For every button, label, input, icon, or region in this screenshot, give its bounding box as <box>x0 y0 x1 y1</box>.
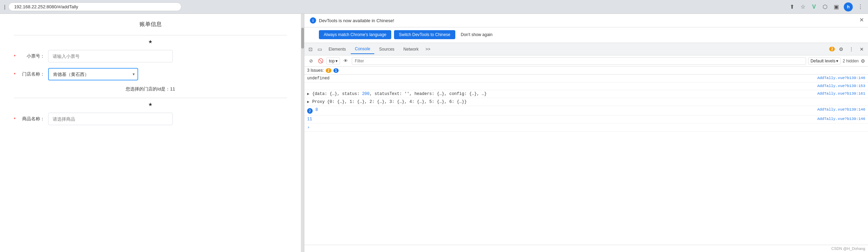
console-entry-object: ▶ {data: {…}, status: 200, statusText: '… <box>304 90 868 98</box>
devtools-notification-bar: i DevTools is now available in Chinese! … <box>304 14 868 27</box>
eye-icon-button[interactable]: 👁 <box>342 57 350 65</box>
store-row: * 门店名称： 肯德基（黄石西） ▾ <box>14 68 287 80</box>
product-label: 商品名称： <box>20 116 45 122</box>
tab-network[interactable]: Network <box>399 45 423 54</box>
info-circle-icon: i <box>310 17 316 24</box>
devtools-bottom-bar: CSDN @H_Dohang <box>304 245 868 252</box>
scroll-thumb[interactable] <box>301 28 304 49</box>
clear-console-button[interactable]: ⊘ <box>307 57 315 65</box>
console-entry-11: 11 AddTally.vue?b139:146 <box>304 115 868 123</box>
console-link-1[interactable]: AddTally.vue?b139:146 <box>817 76 865 80</box>
expand-arrow-icon-2[interactable]: ▶ <box>307 99 310 104</box>
bookmark-icon[interactable]: ☆ <box>799 3 806 10</box>
account-avatar[interactable]: h <box>844 2 853 11</box>
store-label: 门店名称： <box>20 71 45 77</box>
console-settings-icon[interactable]: ⚙ <box>861 58 865 64</box>
store-id-info: 您选择的门店的Id是：11 <box>14 86 287 92</box>
main-area: 账单信息 ★ * 小票号： * 门店名称： 肯德基（黄石西） ▾ 您选择的门店的… <box>0 14 868 252</box>
required-star-store: * <box>14 72 16 77</box>
settings-icon[interactable]: ⚙ <box>837 45 845 53</box>
console-filter-input[interactable] <box>352 57 806 65</box>
notification-text: DevTools is now available in Chinese! <box>319 18 862 23</box>
extensions-icon[interactable]: ⬡ <box>822 3 829 10</box>
browser-icons: ⬆ ☆ V ⬡ ▣ h ⋮ <box>788 2 864 11</box>
always-match-button[interactable]: Always match Chrome's language <box>319 30 391 39</box>
tab-console[interactable]: Console <box>351 44 374 54</box>
devtools-toolbar-right: 2 ⚙ ⋮ ✕ <box>829 45 866 53</box>
menu-icon[interactable]: ⋮ <box>857 3 864 10</box>
store-select-wrapper: 肯德基（黄石西） ▾ <box>48 68 138 80</box>
console-repeat-badge: 2 <box>307 108 313 114</box>
ticket-row: * 小票号： <box>14 50 287 62</box>
issues-badge: 2 <box>829 47 835 51</box>
product-input[interactable] <box>48 113 173 125</box>
expand-arrow-icon-1[interactable]: ▶ <box>307 92 310 96</box>
console-output: undefined AddTally.vue?b139:146 AddTally… <box>304 75 868 245</box>
store-select[interactable]: 肯德基（黄石西） <box>48 68 138 80</box>
console-link-6[interactable]: AddTally.vue?b139:146 <box>817 117 865 121</box>
devtools-panel: i DevTools is now available in Chinese! … <box>304 14 868 252</box>
context-label: top <box>329 59 335 63</box>
close-devtools-button[interactable]: ✕ <box>858 45 866 53</box>
more-tabs-button[interactable]: >> <box>423 45 432 53</box>
divider-top <box>14 35 287 35</box>
required-star-ticket: * <box>14 54 16 59</box>
notification-buttons-row: Always match Chrome's language Switch De… <box>304 27 868 43</box>
split-icon[interactable]: ▣ <box>833 3 840 10</box>
block-messages-button[interactable]: 🚫 <box>317 57 324 65</box>
console-text-proxy: Proxy {0: {…}, 1: {…}, 2: {…}, 3: {…}, 4… <box>312 99 862 104</box>
console-entry-8: 2 8 AddTally.vue?b139:146 <box>304 106 868 115</box>
console-text-11: 11 <box>307 117 814 122</box>
vue-icon[interactable]: V <box>811 3 817 10</box>
required-star-product: * <box>14 116 16 122</box>
star-decoration-bottom: ★ <box>14 102 287 107</box>
share-icon[interactable]: ⬆ <box>788 3 795 10</box>
page-icon: | <box>4 4 6 10</box>
star-decoration-top: ★ <box>14 39 287 44</box>
devtools-attribution: CSDN @H_Dohang <box>831 246 865 251</box>
page-content-area: 账单信息 ★ * 小票号： * 门店名称： 肯德基（黄石西） ▾ 您选择的门店的… <box>0 14 301 252</box>
console-text-8: 8 <box>315 107 814 112</box>
page-title: 账单信息 <box>14 21 287 28</box>
console-link-5[interactable]: AddTally.vue?b139:146 <box>817 107 865 112</box>
issues-label: 3 Issues: <box>307 68 324 73</box>
console-link-2[interactable]: AddTally.vue?b139:153 <box>817 84 865 88</box>
dont-show-again-button[interactable]: Don't show again <box>458 30 495 39</box>
console-link-3[interactable]: AddTally.vue?b139:161 <box>817 92 865 96</box>
devtools-tab-bar: ⊡ ▭ Elements Console Sources Network >> … <box>304 43 868 55</box>
console-entry-prompt: › <box>304 123 868 132</box>
notification-close-button[interactable]: ✕ <box>859 17 864 23</box>
issues-bar: 3 Issues: 2 1 <box>304 67 868 75</box>
switch-chinese-button[interactable]: Switch DevTools to Chinese <box>394 30 455 39</box>
ticket-label: 小票号： <box>20 53 45 59</box>
page-scrollbar[interactable] <box>301 14 304 252</box>
console-entry-2: AddTally.vue?b139:153 <box>304 82 868 90</box>
context-selector[interactable]: top ▾ <box>326 58 340 64</box>
context-arrow-icon: ▾ <box>335 59 338 63</box>
tab-sources[interactable]: Sources <box>375 45 399 54</box>
url-bar[interactable]: 192.168.22.252:8080/#/addTally <box>8 2 181 11</box>
console-text-object: {data: {…}, status: 200, statusText: '',… <box>312 92 815 96</box>
console-entry-proxy: ▶ Proxy {0: {…}, 1: {…}, 2: {…}, 3: {…},… <box>304 98 868 106</box>
console-toolbar: ⊘ 🚫 top ▾ 👁 Default levels ▾ 2 hidden ⚙ <box>304 55 868 67</box>
more-options-icon[interactable]: ⋮ <box>847 45 856 53</box>
inspect-element-icon[interactable]: ⊡ <box>306 45 315 53</box>
log-levels-label: Default levels <box>811 59 835 63</box>
log-levels-selector[interactable]: Default levels ▾ <box>808 58 841 64</box>
divider-middle <box>14 98 287 98</box>
device-mode-icon[interactable]: ▭ <box>315 45 324 53</box>
issues-info-badge: 1 <box>333 68 339 73</box>
hidden-count: 2 hidden <box>843 59 859 63</box>
browser-bar: | 192.168.22.252:8080/#/addTally ⬆ ☆ V ⬡… <box>0 0 868 14</box>
console-entry-undefined: undefined AddTally.vue?b139:146 <box>304 75 868 82</box>
product-row: * 商品名称： <box>14 113 287 125</box>
tab-elements[interactable]: Elements <box>324 45 350 54</box>
log-levels-arrow-icon: ▾ <box>836 59 838 63</box>
issues-warning-badge: 2 <box>326 68 331 73</box>
ticket-input[interactable] <box>48 50 173 62</box>
console-text-undefined: undefined <box>307 76 814 81</box>
prompt-arrow-icon: › <box>307 125 310 130</box>
